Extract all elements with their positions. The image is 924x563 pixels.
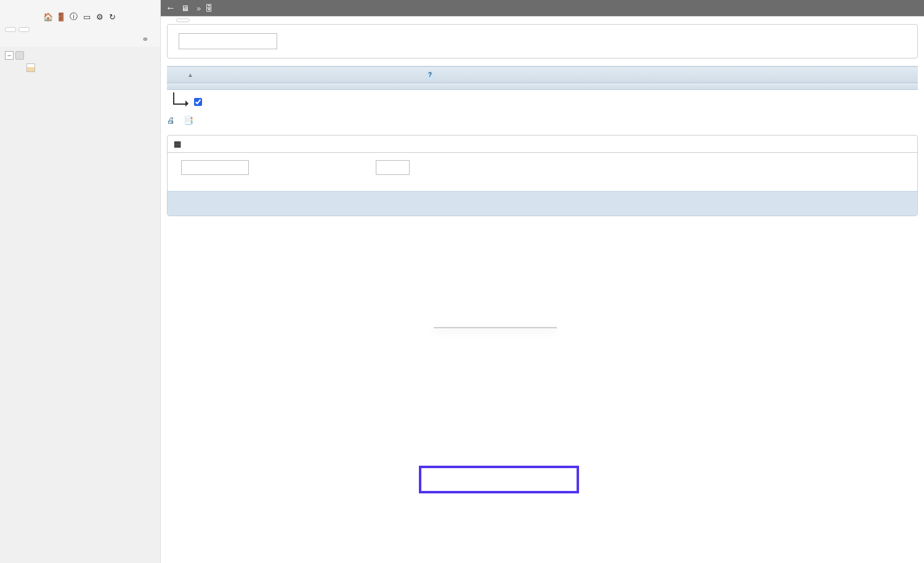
- tree-db-demosite[interactable]: −: [0, 49, 160, 62]
- check-all-checkbox[interactable]: [194, 98, 202, 106]
- with-selected-dropdown[interactable]: [434, 327, 557, 328]
- filters-legend: [176, 18, 190, 22]
- main-area: ← 🖥 » 🗄 ▲ ?: [161, 0, 924, 563]
- col-size[interactable]: [763, 67, 840, 83]
- corner-arrow-icon: [173, 92, 188, 105]
- col-collation[interactable]: [685, 67, 763, 83]
- reload-icon[interactable]: ↻: [107, 11, 118, 22]
- tables-list: ▲ ?: [167, 66, 918, 90]
- summary-rows: [420, 83, 607, 89]
- database-icon: 🗄: [205, 4, 213, 12]
- col-table[interactable]: ▲: [182, 67, 342, 83]
- breadcrumb: ← 🖥 » 🗄: [161, 0, 924, 16]
- utility-links: 🖨 📑: [167, 112, 918, 131]
- create-cols-input[interactable]: [376, 160, 410, 175]
- logo: [0, 0, 160, 7]
- dictionary-icon: 📑: [184, 116, 193, 125]
- summary-type: [607, 83, 685, 89]
- server-icon: 🖥: [180, 4, 189, 12]
- nav-back-icon[interactable]: ←: [166, 2, 176, 14]
- create-table-icon: ▦: [174, 139, 181, 148]
- create-name-input[interactable]: [181, 160, 249, 175]
- print-icon: 🖨: [167, 116, 175, 125]
- data-dictionary-link[interactable]: 📑: [184, 116, 196, 125]
- home-icon[interactable]: 🏠: [43, 11, 54, 22]
- summary-sum: [342, 83, 420, 89]
- sidebar-icon-toolbar: 🏠 🚪 ⓘ ▭ ⚙ ↻: [0, 11, 160, 22]
- sidebar: 🏠 🚪 ⓘ ▭ ⚙ ↻ ⚭ −: [0, 0, 161, 563]
- create-table-footer: [168, 191, 917, 216]
- sort-asc-icon: ▲: [187, 71, 193, 78]
- annotation-highlight: [419, 466, 579, 493]
- logout-icon[interactable]: 🚪: [55, 11, 67, 22]
- help-icon[interactable]: ?: [426, 71, 434, 79]
- print-link[interactable]: 🖨: [167, 116, 177, 125]
- summary-collation: [685, 83, 763, 89]
- database-icon: [15, 51, 24, 60]
- col-type[interactable]: [607, 67, 685, 83]
- settings-icon[interactable]: ⚙: [94, 11, 105, 22]
- sql-window-icon[interactable]: ▭: [81, 11, 92, 22]
- filter-input[interactable]: [179, 33, 277, 49]
- summary-count: [182, 83, 342, 89]
- create-table-panel: ▦: [167, 135, 918, 216]
- summary-overhead: [840, 83, 918, 89]
- docs-icon[interactable]: ⓘ: [68, 11, 79, 22]
- summary-size: [763, 83, 840, 89]
- filters-panel: [167, 24, 918, 59]
- new-icon: [26, 63, 35, 72]
- col-rows[interactable]: ?: [420, 67, 607, 83]
- bulk-action-bar: [167, 90, 918, 112]
- nav-tree: −: [0, 47, 160, 563]
- col-overhead[interactable]: [840, 67, 918, 83]
- tab-favorites[interactable]: [18, 27, 30, 32]
- col-action: [342, 67, 420, 83]
- tree-new-table[interactable]: [0, 62, 160, 74]
- create-table-header: ▦: [174, 139, 185, 148]
- collapse-icon[interactable]: −: [5, 51, 14, 60]
- tab-recent[interactable]: [5, 27, 16, 32]
- collapse-navigation-icon[interactable]: ⚭: [0, 33, 160, 47]
